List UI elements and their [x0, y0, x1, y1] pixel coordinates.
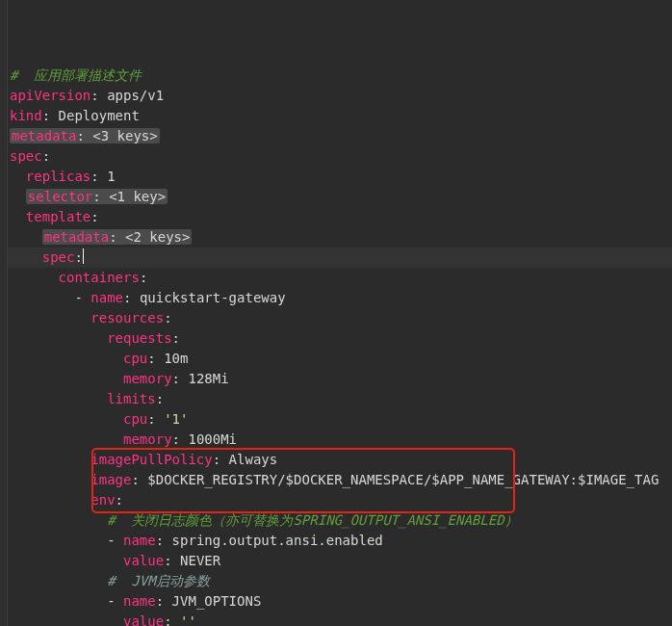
code-line[interactable]: image: $DOCKER_REGISTRY/$DOCKER_NAMESPAC…	[8, 470, 672, 490]
code-line[interactable]: memory: 128Mi	[8, 369, 672, 389]
folded-region[interactable]: metadata: <2 keys>	[42, 229, 193, 245]
code-line[interactable]: cpu: 10m	[8, 349, 672, 369]
code-line[interactable]: spec:	[8, 146, 672, 167]
code-line[interactable]: containers:	[8, 268, 672, 288]
code-line[interactable]: metadata: <2 keys>	[8, 227, 672, 248]
code-line[interactable]: # 应用部署描述文件	[8, 65, 672, 86]
code-line[interactable]: - name: quickstart-gateway	[8, 288, 672, 308]
code-line[interactable]: env:	[8, 490, 672, 510]
code-line[interactable]: template:	[8, 207, 672, 227]
code-line[interactable]: apiVersion: apps/v1	[8, 86, 672, 106]
code-line[interactable]: cpu: '1'	[8, 409, 672, 430]
code-line[interactable]: resources:	[8, 308, 672, 328]
gutter	[0, 0, 8, 626]
code-line[interactable]: - name: spring.output.ansi.enabled	[8, 531, 672, 551]
code-line[interactable]: - name: JVM_OPTIONS	[8, 591, 672, 612]
code-line[interactable]: kind: Deployment	[8, 106, 672, 126]
code-line[interactable]: # 关闭日志颜色（亦可替换为SPRING_OUTPUT_ANSI_ENABLED…	[8, 510, 672, 531]
code-area[interactable]: # 应用部署描述文件apiVersion: apps/v1kind: Deplo…	[8, 0, 672, 626]
code-line[interactable]: requests:	[8, 328, 672, 349]
code-editor[interactable]: # 应用部署描述文件apiVersion: apps/v1kind: Deplo…	[0, 0, 672, 626]
folded-region[interactable]: metadata: <3 keys>	[10, 128, 160, 143]
code-line[interactable]: # JVM启动参数	[8, 571, 672, 591]
code-line[interactable]: limits:	[8, 389, 672, 409]
code-line[interactable]: selector: <1 key>	[8, 187, 672, 207]
code-line[interactable]: value: NEVER	[8, 551, 672, 571]
folded-region[interactable]: selector: <1 key>	[26, 189, 168, 204]
code-line[interactable]: value: ''	[8, 612, 672, 626]
code-line[interactable]: spec:	[8, 248, 672, 268]
code-line[interactable]: metadata: <3 keys>	[8, 126, 672, 146]
code-line[interactable]: replicas: 1	[8, 167, 672, 187]
code-line[interactable]: imagePullPolicy: Always	[8, 450, 672, 470]
text-caret	[83, 248, 85, 264]
code-line[interactable]: memory: 1000Mi	[8, 430, 672, 450]
